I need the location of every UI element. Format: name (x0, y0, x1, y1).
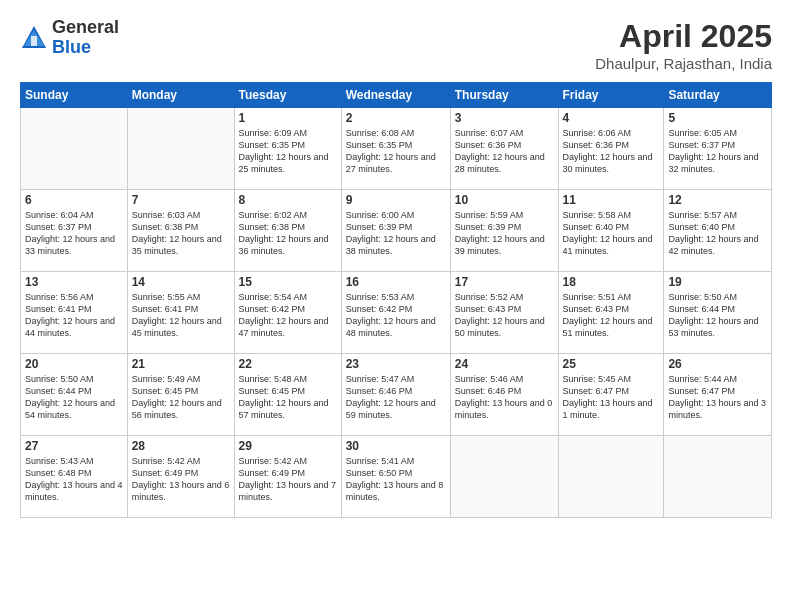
day-info: Sunrise: 6:00 AMSunset: 6:39 PMDaylight:… (346, 209, 446, 258)
table-row: 9Sunrise: 6:00 AMSunset: 6:39 PMDaylight… (341, 190, 450, 272)
day-number: 21 (132, 357, 230, 371)
table-row: 5Sunrise: 6:05 AMSunset: 6:37 PMDaylight… (664, 108, 772, 190)
table-row: 25Sunrise: 5:45 AMSunset: 6:47 PMDayligh… (558, 354, 664, 436)
col-tuesday: Tuesday (234, 83, 341, 108)
day-info: Sunrise: 6:07 AMSunset: 6:36 PMDaylight:… (455, 127, 554, 176)
table-row: 17Sunrise: 5:52 AMSunset: 6:43 PMDayligh… (450, 272, 558, 354)
day-info: Sunrise: 6:03 AMSunset: 6:38 PMDaylight:… (132, 209, 230, 258)
page: General Blue April 2025 Dhaulpur, Rajast… (0, 0, 792, 612)
day-number: 25 (563, 357, 660, 371)
day-info: Sunrise: 5:55 AMSunset: 6:41 PMDaylight:… (132, 291, 230, 340)
day-number: 27 (25, 439, 123, 453)
month-title: April 2025 (595, 18, 772, 55)
day-info: Sunrise: 5:49 AMSunset: 6:45 PMDaylight:… (132, 373, 230, 422)
col-wednesday: Wednesday (341, 83, 450, 108)
day-info: Sunrise: 5:42 AMSunset: 6:49 PMDaylight:… (239, 455, 337, 504)
table-row: 23Sunrise: 5:47 AMSunset: 6:46 PMDayligh… (341, 354, 450, 436)
calendar-week-row: 13Sunrise: 5:56 AMSunset: 6:41 PMDayligh… (21, 272, 772, 354)
day-number: 3 (455, 111, 554, 125)
table-row: 18Sunrise: 5:51 AMSunset: 6:43 PMDayligh… (558, 272, 664, 354)
table-row: 8Sunrise: 6:02 AMSunset: 6:38 PMDaylight… (234, 190, 341, 272)
title-block: April 2025 Dhaulpur, Rajasthan, India (595, 18, 772, 72)
day-info: Sunrise: 6:09 AMSunset: 6:35 PMDaylight:… (239, 127, 337, 176)
calendar-week-row: 20Sunrise: 5:50 AMSunset: 6:44 PMDayligh… (21, 354, 772, 436)
day-number: 4 (563, 111, 660, 125)
table-row: 19Sunrise: 5:50 AMSunset: 6:44 PMDayligh… (664, 272, 772, 354)
table-row: 28Sunrise: 5:42 AMSunset: 6:49 PMDayligh… (127, 436, 234, 518)
day-number: 15 (239, 275, 337, 289)
logo-icon (20, 24, 48, 52)
day-number: 17 (455, 275, 554, 289)
day-info: Sunrise: 5:52 AMSunset: 6:43 PMDaylight:… (455, 291, 554, 340)
day-info: Sunrise: 5:53 AMSunset: 6:42 PMDaylight:… (346, 291, 446, 340)
day-number: 23 (346, 357, 446, 371)
day-number: 20 (25, 357, 123, 371)
table-row: 12Sunrise: 5:57 AMSunset: 6:40 PMDayligh… (664, 190, 772, 272)
table-row (21, 108, 128, 190)
day-info: Sunrise: 5:50 AMSunset: 6:44 PMDaylight:… (668, 291, 767, 340)
day-info: Sunrise: 5:57 AMSunset: 6:40 PMDaylight:… (668, 209, 767, 258)
day-info: Sunrise: 5:43 AMSunset: 6:48 PMDaylight:… (25, 455, 123, 504)
table-row (664, 436, 772, 518)
day-info: Sunrise: 5:54 AMSunset: 6:42 PMDaylight:… (239, 291, 337, 340)
calendar-week-row: 27Sunrise: 5:43 AMSunset: 6:48 PMDayligh… (21, 436, 772, 518)
day-number: 8 (239, 193, 337, 207)
day-number: 6 (25, 193, 123, 207)
col-saturday: Saturday (664, 83, 772, 108)
day-number: 10 (455, 193, 554, 207)
day-info: Sunrise: 5:58 AMSunset: 6:40 PMDaylight:… (563, 209, 660, 258)
table-row (450, 436, 558, 518)
calendar-header-row: Sunday Monday Tuesday Wednesday Thursday… (21, 83, 772, 108)
table-row: 2Sunrise: 6:08 AMSunset: 6:35 PMDaylight… (341, 108, 450, 190)
day-number: 11 (563, 193, 660, 207)
day-info: Sunrise: 6:02 AMSunset: 6:38 PMDaylight:… (239, 209, 337, 258)
col-thursday: Thursday (450, 83, 558, 108)
table-row: 3Sunrise: 6:07 AMSunset: 6:36 PMDaylight… (450, 108, 558, 190)
day-info: Sunrise: 5:51 AMSunset: 6:43 PMDaylight:… (563, 291, 660, 340)
table-row: 13Sunrise: 5:56 AMSunset: 6:41 PMDayligh… (21, 272, 128, 354)
day-info: Sunrise: 5:56 AMSunset: 6:41 PMDaylight:… (25, 291, 123, 340)
calendar-week-row: 6Sunrise: 6:04 AMSunset: 6:37 PMDaylight… (21, 190, 772, 272)
day-number: 16 (346, 275, 446, 289)
day-number: 24 (455, 357, 554, 371)
day-number: 28 (132, 439, 230, 453)
day-info: Sunrise: 5:46 AMSunset: 6:46 PMDaylight:… (455, 373, 554, 422)
col-monday: Monday (127, 83, 234, 108)
day-info: Sunrise: 6:05 AMSunset: 6:37 PMDaylight:… (668, 127, 767, 176)
day-number: 30 (346, 439, 446, 453)
day-info: Sunrise: 5:42 AMSunset: 6:49 PMDaylight:… (132, 455, 230, 504)
day-number: 12 (668, 193, 767, 207)
day-info: Sunrise: 5:50 AMSunset: 6:44 PMDaylight:… (25, 373, 123, 422)
table-row: 14Sunrise: 5:55 AMSunset: 6:41 PMDayligh… (127, 272, 234, 354)
day-info: Sunrise: 5:47 AMSunset: 6:46 PMDaylight:… (346, 373, 446, 422)
table-row: 11Sunrise: 5:58 AMSunset: 6:40 PMDayligh… (558, 190, 664, 272)
day-number: 7 (132, 193, 230, 207)
day-info: Sunrise: 5:44 AMSunset: 6:47 PMDaylight:… (668, 373, 767, 422)
location-subtitle: Dhaulpur, Rajasthan, India (595, 55, 772, 72)
svg-rect-2 (31, 36, 37, 46)
table-row: 30Sunrise: 5:41 AMSunset: 6:50 PMDayligh… (341, 436, 450, 518)
col-sunday: Sunday (21, 83, 128, 108)
day-number: 29 (239, 439, 337, 453)
day-info: Sunrise: 6:04 AMSunset: 6:37 PMDaylight:… (25, 209, 123, 258)
table-row: 21Sunrise: 5:49 AMSunset: 6:45 PMDayligh… (127, 354, 234, 436)
day-info: Sunrise: 5:41 AMSunset: 6:50 PMDaylight:… (346, 455, 446, 504)
day-info: Sunrise: 6:06 AMSunset: 6:36 PMDaylight:… (563, 127, 660, 176)
calendar-table: Sunday Monday Tuesday Wednesday Thursday… (20, 82, 772, 518)
day-number: 1 (239, 111, 337, 125)
day-number: 9 (346, 193, 446, 207)
table-row: 6Sunrise: 6:04 AMSunset: 6:37 PMDaylight… (21, 190, 128, 272)
day-number: 5 (668, 111, 767, 125)
table-row: 10Sunrise: 5:59 AMSunset: 6:39 PMDayligh… (450, 190, 558, 272)
table-row (127, 108, 234, 190)
day-number: 14 (132, 275, 230, 289)
day-number: 18 (563, 275, 660, 289)
table-row: 16Sunrise: 5:53 AMSunset: 6:42 PMDayligh… (341, 272, 450, 354)
table-row: 22Sunrise: 5:48 AMSunset: 6:45 PMDayligh… (234, 354, 341, 436)
col-friday: Friday (558, 83, 664, 108)
table-row: 20Sunrise: 5:50 AMSunset: 6:44 PMDayligh… (21, 354, 128, 436)
logo-text: General Blue (52, 18, 119, 58)
day-info: Sunrise: 5:48 AMSunset: 6:45 PMDaylight:… (239, 373, 337, 422)
table-row: 27Sunrise: 5:43 AMSunset: 6:48 PMDayligh… (21, 436, 128, 518)
day-number: 19 (668, 275, 767, 289)
